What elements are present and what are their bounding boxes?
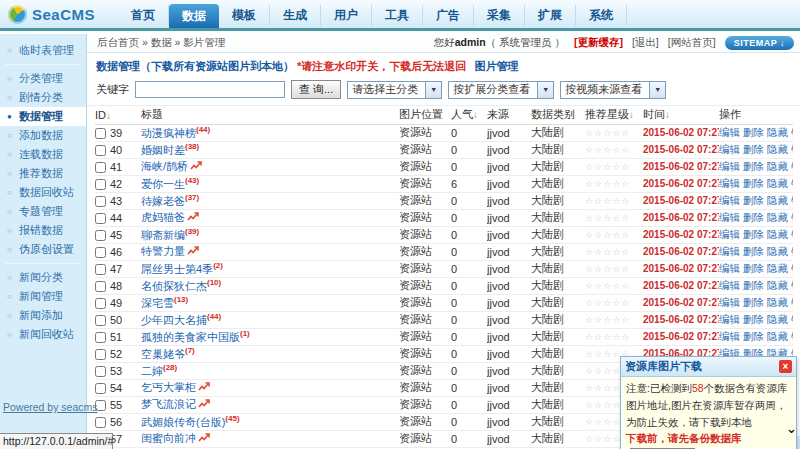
op-link-隐藏[interactable]: 隐藏 (767, 330, 788, 342)
row-checkbox[interactable] (95, 383, 106, 394)
title-link[interactable]: 梦飞流浪记 (141, 398, 196, 410)
op-link-编辑[interactable]: 编辑 (719, 313, 740, 325)
sidebar-item-剧情分类[interactable]: ○剧情分类 (0, 88, 86, 107)
update-cache-link[interactable]: [更新缓存] (574, 36, 623, 50)
row-checkbox[interactable] (95, 298, 106, 309)
nav-tab-生成[interactable]: 生成 (270, 5, 321, 26)
op-link-删除[interactable]: 删除 (743, 228, 764, 240)
row-checkbox[interactable] (95, 196, 106, 207)
nav-tab-数据[interactable]: 数据 (169, 4, 219, 28)
op-link-隐藏[interactable]: 隐藏 (767, 211, 788, 223)
title-link[interactable]: 少年四大名捕 (141, 313, 207, 325)
column-header-推荐星级[interactable]: 推荐星级↓ (585, 106, 643, 124)
row-checkbox[interactable] (95, 213, 106, 224)
sidebar-item-推荐数据[interactable]: ○推荐数据 (0, 164, 86, 183)
row-checkbox[interactable] (95, 315, 106, 326)
op-link-删除[interactable]: 删除 (743, 296, 764, 308)
sidebar-item-分类管理[interactable]: ○分类管理 (0, 69, 86, 88)
nav-tab-首页[interactable]: 首页 (118, 5, 169, 26)
op-link-隐藏[interactable]: 隐藏 (767, 177, 788, 189)
op-link-锁定[interactable]: 锁定 (791, 279, 793, 291)
op-link-锁定[interactable]: 锁定 (791, 160, 793, 172)
op-link-编辑[interactable]: 编辑 (719, 296, 740, 308)
op-link-删除[interactable]: 删除 (743, 245, 764, 257)
row-checkbox[interactable] (95, 247, 106, 258)
op-link-锁定[interactable]: 锁定 (791, 330, 793, 342)
sidebar-item-数据管理[interactable]: ●数据管理 (0, 107, 86, 126)
sidebar-item-伪原创设置[interactable]: ○伪原创设置 (0, 240, 86, 259)
op-link-锁定[interactable]: 锁定 (791, 126, 793, 138)
op-link-编辑[interactable]: 编辑 (719, 245, 740, 257)
sidebar-item-临时表管理[interactable]: ○临时表管理 (0, 41, 86, 60)
title-link[interactable]: 虎妈猫爸 (141, 211, 185, 223)
op-link-删除[interactable]: 删除 (743, 126, 764, 138)
row-checkbox[interactable] (95, 264, 106, 275)
op-link-删除[interactable]: 删除 (743, 330, 764, 342)
title-link[interactable]: 乞丐大掌柜 (141, 381, 196, 393)
sidebar-item-添加数据[interactable]: ○添加数据 (0, 126, 86, 145)
title-link[interactable]: 孤独的美食家中国版 (141, 330, 240, 342)
op-link-隐藏[interactable]: 隐藏 (767, 143, 788, 155)
op-link-删除[interactable]: 删除 (743, 313, 764, 325)
title-link[interactable]: 闺蜜向前冲 (141, 432, 196, 444)
op-link-编辑[interactable]: 编辑 (719, 262, 740, 274)
column-header-图片位置[interactable]: 图片位置 (399, 106, 451, 124)
title-link[interactable]: 待嫁老爸 (141, 194, 185, 206)
sidebar-item-新闻管理[interactable]: ○新闻管理 (0, 287, 86, 306)
op-link-编辑[interactable]: 编辑 (719, 211, 740, 223)
sidebar-item-专题管理[interactable]: ○专题管理 (0, 202, 86, 221)
row-checkbox[interactable] (95, 162, 106, 173)
op-link-编辑[interactable]: 编辑 (719, 126, 740, 138)
column-header-来源[interactable]: 来源 (487, 106, 531, 124)
sidebar-item-新闻分类[interactable]: ○新闻分类 (0, 268, 86, 287)
nav-tab-模板[interactable]: 模板 (219, 5, 270, 26)
op-link-隐藏[interactable]: 隐藏 (767, 296, 788, 308)
op-link-锁定[interactable]: 锁定 (791, 211, 793, 223)
row-checkbox[interactable] (95, 332, 106, 343)
column-header-标题[interactable]: 标题 (141, 106, 399, 124)
row-checkbox[interactable] (95, 128, 106, 139)
op-link-编辑[interactable]: 编辑 (719, 143, 740, 155)
sidebar-item-数据回收站[interactable]: ○数据回收站 (0, 183, 86, 202)
title-link[interactable]: 婚姻时差 (141, 143, 185, 155)
op-link-编辑[interactable]: 编辑 (719, 279, 740, 291)
op-link-隐藏[interactable]: 隐藏 (767, 245, 788, 257)
op-link-锁定[interactable]: 锁定 (791, 296, 793, 308)
sidebar-item-新闻回收站[interactable]: ○新闻回收站 (0, 325, 86, 344)
nav-tab-工具[interactable]: 工具 (372, 5, 423, 26)
row-checkbox[interactable] (95, 145, 106, 156)
column-header-人气[interactable]: 人气↓ (451, 106, 487, 124)
title-link[interactable]: 动漫疯神榜 (141, 126, 196, 138)
row-checkbox[interactable] (95, 349, 106, 360)
nav-tab-用户[interactable]: 用户 (321, 5, 372, 26)
op-link-编辑[interactable]: 编辑 (719, 228, 740, 240)
op-link-删除[interactable]: 删除 (743, 143, 764, 155)
nav-tab-广告[interactable]: 广告 (423, 5, 474, 26)
op-link-删除[interactable]: 删除 (743, 194, 764, 206)
op-link-锁定[interactable]: 锁定 (791, 262, 793, 274)
title-link[interactable]: 聊斋新编 (141, 228, 185, 240)
sidebar-item-新闻添加[interactable]: ○新闻添加 (0, 306, 86, 325)
filter-select[interactable]: 按扩展分类查看▼ (448, 81, 554, 99)
filter-select[interactable]: 按视频来源查看▼ (560, 81, 666, 99)
title-link[interactable]: 特警力量 (141, 245, 185, 257)
title-link[interactable]: 名侦探狄仁杰 (141, 279, 207, 291)
nav-tab-扩展[interactable]: 扩展 (525, 5, 576, 26)
chevron-down-icon[interactable]: ⌄ (786, 422, 797, 435)
column-header-时间[interactable]: 时间↓ (643, 106, 719, 124)
op-link-锁定[interactable]: 锁定 (791, 194, 793, 206)
close-icon[interactable]: × (779, 360, 792, 373)
op-link-删除[interactable]: 删除 (743, 177, 764, 189)
op-link-隐藏[interactable]: 隐藏 (767, 279, 788, 291)
title-link[interactable]: 二婶 (141, 364, 163, 376)
row-checkbox[interactable] (95, 179, 106, 190)
op-link-锁定[interactable]: 锁定 (791, 228, 793, 240)
title-link[interactable]: 爱你一生 (141, 177, 185, 189)
op-link-隐藏[interactable]: 隐藏 (767, 262, 788, 274)
op-link-锁定[interactable]: 锁定 (791, 177, 793, 189)
site-home-link[interactable]: [网站首页] (668, 36, 716, 50)
sitemap-button[interactable]: SITEMAP ↓ (725, 36, 794, 50)
filter-select[interactable]: 请选择主分类▼ (347, 81, 442, 99)
op-link-隐藏[interactable]: 隐藏 (767, 228, 788, 240)
op-link-隐藏[interactable]: 隐藏 (767, 126, 788, 138)
